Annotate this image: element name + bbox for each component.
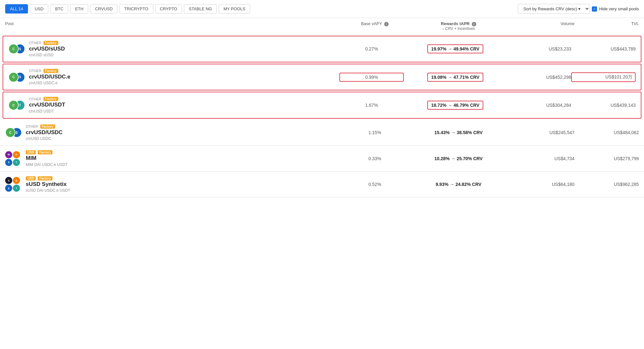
pool-tokens: MIM DAI USDC.e USDT xyxy=(26,162,68,167)
rewards-info-icon[interactable]: i xyxy=(472,22,476,26)
rewards-value: 10.28% → 25.70% CRV xyxy=(434,156,483,161)
pool-name: crvUSD/USDT xyxy=(29,102,65,108)
pool-name: crvUSD/USDC xyxy=(26,129,62,136)
base-vapy-info-icon[interactable]: i xyxy=(384,22,389,26)
coin-icon-first: C xyxy=(8,72,19,82)
tvl-value: US$101.20万 xyxy=(571,72,636,82)
rewards-col: 10.28% → 25.70% CRV xyxy=(407,156,510,161)
filter-btn-btc[interactable]: BTC xyxy=(50,4,68,14)
header-tvl: TVL xyxy=(574,21,639,31)
pool-tokens: crvUSD sUSD xyxy=(29,53,65,57)
rewards-col: 19.97% → 49.94% CRV xyxy=(404,44,507,53)
table-row[interactable]: MD$T USD Factory MIM MIM DAI USDC.e USDT… xyxy=(0,146,644,171)
volume-value: US$64,180 xyxy=(510,182,574,187)
pool-meta: OTHER Factory crvUSD/USDT crvUSD USDT xyxy=(29,97,65,113)
coin-sm: D xyxy=(13,151,20,158)
volume-value: US$304,284 xyxy=(507,103,571,108)
base-vapy-value: 1.15% xyxy=(343,130,407,135)
pool-name: sUSD Synthetix xyxy=(26,181,70,188)
base-vapy-value: 1.67% xyxy=(339,103,404,108)
coin-icon-first: C xyxy=(8,100,19,110)
tvl-value: US$962,285 xyxy=(574,182,639,187)
filter-btn-all[interactable]: ALL 14 xyxy=(5,4,28,14)
table-header: Pool Base vAPY i Rewards tAPR i ↓ CRV + … xyxy=(0,18,644,34)
tvl-value: US$484,062 xyxy=(574,130,639,135)
pool-icons: C $ xyxy=(8,43,25,55)
tag-factory: Factory xyxy=(43,41,58,45)
filter-bar: ALL 14USDBTCETHCRVUSDTRICRYPTOCRYPTOSTAB… xyxy=(0,0,644,18)
pool-icons: C T xyxy=(8,99,25,111)
tag-factory: Factory xyxy=(38,176,52,180)
pool-tokens: crvUSD USDC.e xyxy=(29,81,71,85)
coin-sm: T xyxy=(13,185,20,192)
sort-select[interactable]: Sort by Rewards CRV (desc) ▾ xyxy=(518,4,590,14)
pool-info: C T OTHER Factory crvUSD/USDT crvUSD USD… xyxy=(8,97,339,113)
pool-tags: USD Factory xyxy=(26,176,70,180)
tag-type: OTHER xyxy=(29,69,42,73)
tag-factory: Factory xyxy=(43,97,58,101)
pool-meta: USD Factory sUSD Synthetix sUSD DAI USDC… xyxy=(26,176,70,193)
base-vapy-value: 0.33% xyxy=(343,156,407,161)
pool-tags: USD Factory xyxy=(26,150,68,154)
header-base-vapy: Base vAPY i xyxy=(343,21,407,31)
rewards-col: 18.72% → 46.79% CRV xyxy=(404,101,507,110)
filter-btn-crvusd[interactable]: CRVUSD xyxy=(90,4,118,14)
rewards-col: 19.08% → 47.71% CRV xyxy=(404,73,507,82)
base-vapy-value: 0.52% xyxy=(343,182,407,187)
coin-sm: M xyxy=(5,151,12,158)
pool-tags: OTHER Factory xyxy=(29,69,71,73)
pool-name: crvUSD/USDC.e xyxy=(29,74,71,80)
tag-type: OTHER xyxy=(26,124,38,128)
tvl-value: US$439,143 xyxy=(571,103,636,108)
pool-icons: C $ xyxy=(8,71,25,83)
header-rewards: Rewards tAPR i ↓ CRV + Incentives xyxy=(407,21,510,31)
pool-icons-multi: SD$T xyxy=(5,177,22,192)
tag-type: USD xyxy=(26,150,36,154)
header-volume: Volume xyxy=(510,21,574,31)
filter-btn-crypto[interactable]: CRYPTO xyxy=(155,4,182,14)
base-vapy-value: 0.99% xyxy=(339,73,404,82)
table-row[interactable]: SD$T USD Factory sUSD Synthetix sUSD DAI… xyxy=(0,172,644,197)
pool-info: SD$T USD Factory sUSD Synthetix sUSD DAI… xyxy=(5,176,343,193)
pool-meta: OTHER Factory crvUSD/USDC.e crvUSD USDC.… xyxy=(29,69,71,85)
table-row[interactable]: C $ OTHER Factory crvUSD/USDC crvUSD USD… xyxy=(0,120,644,146)
filter-btn-stable-ng[interactable]: STABLE NG xyxy=(184,4,217,14)
rewards-col: 15.43% → 38.58% CRV xyxy=(407,130,510,135)
hide-small-pools-label: Hide very small pools xyxy=(599,6,639,11)
pool-info: C $ OTHER Factory crvUSD/USDC crvUSD USD… xyxy=(5,124,343,141)
coin-icon-first: C xyxy=(8,44,19,54)
filter-btn-eth[interactable]: ETH xyxy=(70,4,88,14)
filter-btn-my-pools[interactable]: MY POOLS xyxy=(219,4,250,14)
volume-value: US$452,298 xyxy=(507,75,571,80)
table-row[interactable]: C $ OTHER Factory crvUSD/USDC.e crvUSD U… xyxy=(3,64,641,90)
tvl-value: US$279,799 xyxy=(574,156,639,161)
coin-sm: S xyxy=(5,177,12,184)
tag-type: USD xyxy=(26,176,36,180)
hide-small-pools-checkbox[interactable]: ✓ xyxy=(592,6,597,12)
coin-sm: $ xyxy=(5,159,12,166)
pool-tags: OTHER Factory xyxy=(29,97,65,101)
table-row[interactable]: C T OTHER Factory crvUSD/USDT crvUSD USD… xyxy=(3,92,641,118)
filter-btn-tricrypto[interactable]: TRICRYPTO xyxy=(119,4,153,14)
tag-factory: Factory xyxy=(38,150,52,154)
rewards-subtitle: ↓ CRV + Incentives xyxy=(442,26,475,31)
hide-small-pools-container: ✓ Hide very small pools xyxy=(592,6,639,12)
rewards-value: 18.72% → 46.79% CRV xyxy=(427,101,483,110)
pool-meta: USD Factory MIM MIM DAI USDC.e USDT xyxy=(26,150,68,167)
coin-sm: $ xyxy=(5,185,12,192)
pool-tags: OTHER Factory xyxy=(29,41,65,45)
rewards-value: 9.93% → 24.82% CRV xyxy=(436,182,481,187)
rewards-value: 15.43% → 38.58% CRV xyxy=(434,130,483,135)
tag-factory: Factory xyxy=(43,69,58,73)
pool-meta: OTHER Factory crvUSD/USDC crvUSD USDC xyxy=(26,124,62,141)
pool-tokens: crvUSD USDT xyxy=(29,109,65,114)
base-vapy-value: 0.27% xyxy=(339,46,404,51)
filter-btn-usd[interactable]: USD xyxy=(30,4,48,14)
table-row[interactable]: C $ OTHER Factory crvUSD/sUSD crvUSD sUS… xyxy=(3,36,641,62)
rewards-value: 19.08% → 47.71% CRV xyxy=(427,73,483,82)
volume-value: US$4,734 xyxy=(510,156,574,161)
tag-type: OTHER xyxy=(29,97,42,101)
pool-tokens: sUSD DAI USDC.e USDT xyxy=(26,188,70,193)
header-pool: Pool xyxy=(5,21,343,31)
pool-icons: C $ xyxy=(5,127,22,138)
